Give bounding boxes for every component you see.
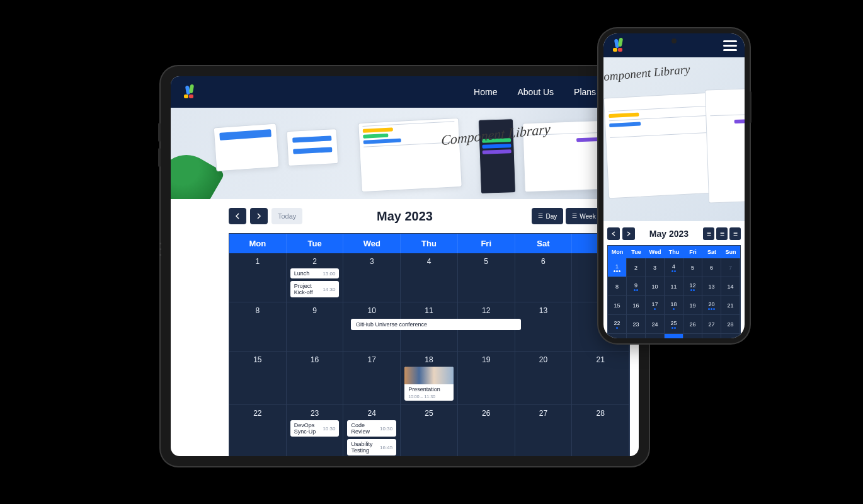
day-cell[interactable]: 16 <box>627 296 646 315</box>
day-cell[interactable]: 9 <box>627 277 646 296</box>
calendar-title: May 2023 <box>377 209 433 224</box>
nav-about[interactable]: About Us <box>517 87 554 97</box>
logo-icon[interactable] <box>611 38 626 53</box>
view-week-button[interactable]: ☰Week <box>566 208 602 224</box>
day-cell[interactable]: 24 <box>646 315 665 334</box>
phone-calendar-grid: MonTueWedThuFriSatSun 123456789101112131… <box>607 245 741 338</box>
nav-plans[interactable]: Plans <box>574 87 596 97</box>
day-cell[interactable]: 24 Code Review10:30 Usability Testing16:… <box>343 405 401 456</box>
day-cell[interactable]: 3 <box>343 253 401 302</box>
phone-camera-icon <box>672 38 677 43</box>
hero-banner: Component Library <box>171 108 639 199</box>
day-cell[interactable]: 17 <box>343 352 401 405</box>
day-cell[interactable]: 30 <box>627 334 646 338</box>
day-cell[interactable]: 19 <box>458 352 515 405</box>
tablet-volume-down <box>158 148 161 167</box>
day-cell[interactable]: 23 <box>627 315 646 334</box>
day-cell[interactable]: 28 <box>572 405 629 456</box>
phone-view-button[interactable]: ☰ <box>703 227 714 240</box>
day-cell[interactable]: 8 <box>608 277 627 296</box>
weekday-label: Fri <box>683 246 702 258</box>
logo-icon[interactable] <box>182 84 197 100</box>
day-cell[interactable]: 17 <box>646 296 665 315</box>
day-cell[interactable]: 2 Lunch13:00 Project Kick-off14:30 <box>287 253 344 302</box>
day-cell[interactable]: 11 <box>665 277 683 296</box>
view-day-button[interactable]: ☰Day <box>532 208 563 224</box>
day-cell[interactable]: 29 <box>608 334 627 338</box>
day-cell[interactable]: 1 <box>665 334 683 338</box>
hero-card <box>358 118 462 192</box>
day-cell[interactable]: 13 <box>702 277 721 296</box>
today-button[interactable]: Today <box>271 208 302 224</box>
day-cell[interactable]: 8 <box>229 302 287 352</box>
day-cell[interactable]: 12 <box>683 277 702 296</box>
day-cell[interactable]: 5 <box>683 258 702 277</box>
event-github[interactable]: GitHub Universe conference <box>351 319 521 330</box>
day-cell[interactable]: 22 <box>608 315 627 334</box>
event-codereview[interactable]: Code Review10:30 <box>347 420 396 437</box>
day-cell[interactable]: 3 <box>702 334 721 338</box>
day-cell[interactable]: 20 <box>515 352 573 405</box>
day-cell[interactable]: 23 DevOps Sync-Up10:30 <box>287 405 344 456</box>
phone-view-button[interactable]: ☰ <box>729 227 741 240</box>
day-cell[interactable]: 22 <box>229 405 287 456</box>
day-cell[interactable]: 16 <box>287 352 344 405</box>
event-kickoff[interactable]: Project Kick-off14:30 <box>290 281 340 297</box>
day-cell[interactable]: 20 <box>702 296 721 315</box>
tablet-speaker-dots <box>159 243 161 256</box>
day-cell[interactable]: 5 <box>458 253 515 302</box>
day-cell[interactable]: 9 <box>287 302 344 352</box>
day-cell[interactable]: 15 <box>608 296 627 315</box>
calendar-header-row: Mon Tue Wed Thu Fri Sat Sun <box>229 234 629 253</box>
day-cell[interactable]: 4 <box>721 334 740 338</box>
next-button[interactable] <box>622 227 635 240</box>
day-cell[interactable]: 26 <box>458 405 515 456</box>
day-cell[interactable]: 10 <box>646 277 665 296</box>
day-cell[interactable]: 19 <box>683 296 702 315</box>
site-header: Home About Us Plans Co <box>171 76 639 108</box>
hero-card <box>287 129 339 166</box>
day-cell[interactable]: 27 <box>702 315 721 334</box>
day-cell[interactable]: 18 Presentation 10:00 – 11:30 <box>401 352 458 405</box>
day-cell[interactable]: 1 <box>608 258 627 277</box>
day-cell[interactable]: 27 <box>515 405 573 456</box>
hamburger-icon[interactable] <box>723 40 737 51</box>
day-cell[interactable]: 7 <box>721 258 740 277</box>
day-cell[interactable]: 15 <box>229 352 287 405</box>
day-cell[interactable]: 25 <box>401 405 458 456</box>
day-cell[interactable]: 28 <box>721 315 740 334</box>
day-cell[interactable]: 14 <box>721 277 740 296</box>
prev-button[interactable] <box>607 227 620 240</box>
nav-home[interactable]: Home <box>474 87 497 97</box>
weekday-label: Thu <box>665 246 683 258</box>
prev-button[interactable] <box>229 208 246 224</box>
day-cell[interactable]: 13 <box>515 302 573 352</box>
event-presentation[interactable]: Presentation 10:00 – 11:30 <box>404 367 454 401</box>
day-cell[interactable]: 18 <box>665 296 683 315</box>
day-cell[interactable]: 4 <box>665 258 683 277</box>
day-cell[interactable]: 26 <box>683 315 702 334</box>
phone-calendar-body: 1234567891011121314151617181920212223242… <box>608 258 740 338</box>
phone-screen: omponent Library 23 <box>603 33 745 338</box>
day-cell[interactable]: 2 <box>627 258 646 277</box>
hero-card <box>603 93 716 199</box>
phone-view-button[interactable]: ☰ <box>716 227 728 240</box>
event-usability[interactable]: Usability Testing16:45 <box>347 439 396 455</box>
day-cell[interactable]: 31 <box>646 334 665 338</box>
day-cell[interactable]: 4 <box>401 253 458 302</box>
day-cell[interactable]: 6 <box>515 253 573 302</box>
next-button[interactable] <box>250 208 268 224</box>
event-lunch[interactable]: Lunch13:00 <box>290 268 340 278</box>
day-cell[interactable]: 1 <box>229 253 287 302</box>
day-cell[interactable]: 3 <box>646 258 665 277</box>
day-cell[interactable]: 21 <box>721 296 740 315</box>
day-cell[interactable]: 21 <box>572 352 629 405</box>
phone-calendar-header-row: MonTueWedThuFriSatSun <box>608 246 740 258</box>
phone-power-button <box>750 91 752 123</box>
event-devops[interactable]: DevOps Sync-Up10:30 <box>290 420 340 437</box>
weekday-label: Tue <box>627 246 646 258</box>
day-cell[interactable]: 2 <box>683 334 702 338</box>
weekday-label: Thu <box>401 234 458 253</box>
day-cell[interactable]: 25 <box>665 315 683 334</box>
day-cell[interactable]: 6 <box>702 258 721 277</box>
